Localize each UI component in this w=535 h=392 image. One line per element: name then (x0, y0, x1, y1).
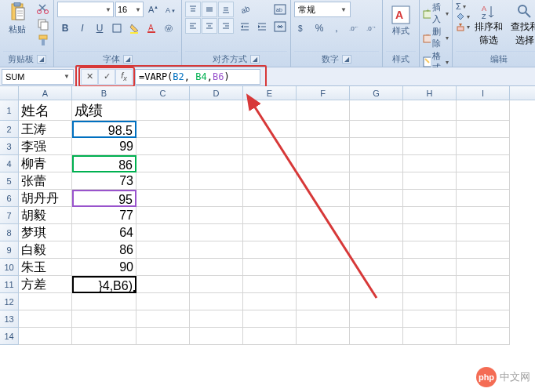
font-size-select[interactable]: 16▼ (115, 2, 144, 17)
row-header[interactable]: 11 (0, 276, 19, 293)
cell[interactable] (297, 259, 350, 276)
cell[interactable] (136, 241, 190, 259)
align-middle-icon[interactable] (202, 2, 217, 17)
number-format-select[interactable]: 常规▼ (294, 2, 351, 17)
cell[interactable] (457, 190, 510, 207)
cell[interactable] (350, 172, 403, 190)
copy-icon[interactable] (36, 17, 50, 31)
cell[interactable] (190, 172, 243, 190)
cell[interactable]: 成绩 (72, 100, 136, 121)
column-header[interactable]: D (190, 86, 243, 100)
column-header[interactable]: I (457, 86, 510, 100)
cell[interactable] (350, 100, 403, 121)
fill-icon[interactable]: ▾ (456, 12, 470, 21)
cell[interactable] (190, 241, 243, 259)
font-color-button[interactable]: A (144, 20, 159, 36)
cell[interactable] (243, 276, 297, 293)
cell[interactable] (297, 190, 350, 207)
cell[interactable] (457, 293, 510, 310)
row-header[interactable]: 1 (0, 100, 19, 121)
cell[interactable] (350, 310, 403, 328)
cell[interactable] (190, 121, 243, 138)
cell[interactable] (457, 100, 510, 121)
cell[interactable] (19, 293, 72, 310)
cell[interactable] (403, 172, 457, 190)
cell[interactable] (403, 310, 457, 328)
cell[interactable] (350, 241, 403, 259)
italic-button[interactable]: I (75, 20, 90, 36)
cell[interactable] (350, 276, 403, 293)
cell[interactable] (403, 328, 457, 345)
cell[interactable] (190, 155, 243, 172)
insert-function-button[interactable]: fx (115, 69, 133, 85)
cell[interactable] (136, 259, 190, 276)
cell[interactable] (190, 328, 243, 345)
cell[interactable]: 姓名 (19, 100, 72, 121)
cell[interactable] (190, 224, 243, 241)
cell[interactable] (243, 121, 297, 138)
cell[interactable] (350, 224, 403, 241)
cell[interactable] (457, 241, 510, 259)
cell[interactable] (297, 100, 350, 121)
styles-button[interactable]: A 样式 (386, 2, 416, 51)
cell[interactable] (190, 293, 243, 310)
cell[interactable] (243, 155, 297, 172)
row-header[interactable]: 8 (0, 224, 19, 241)
cell[interactable]: 64 (72, 224, 136, 241)
cell[interactable] (457, 207, 510, 224)
increase-decimal-icon[interactable]: .0← (346, 20, 362, 36)
phonetic-guide-icon[interactable]: ⓦ (161, 20, 177, 36)
cell[interactable] (190, 207, 243, 224)
percent-icon[interactable]: % (311, 20, 327, 36)
cell[interactable] (297, 138, 350, 155)
cell[interactable]: 86 (72, 241, 136, 259)
comma-icon[interactable]: , (329, 20, 344, 36)
cell[interactable] (243, 259, 297, 276)
cell[interactable] (297, 207, 350, 224)
cell[interactable] (72, 310, 136, 328)
align-top-icon[interactable] (185, 2, 201, 17)
cell[interactable] (403, 276, 457, 293)
cell[interactable] (403, 138, 457, 155)
row-header[interactable]: 6 (0, 190, 19, 207)
cell[interactable]: 95 (72, 190, 136, 207)
select-all-corner[interactable] (0, 86, 19, 100)
find-select-button[interactable]: 查找和 选择 (508, 2, 535, 51)
expand-icon[interactable]: ◢ (123, 55, 133, 64)
expand-icon[interactable]: ◢ (37, 55, 46, 64)
format-painter-icon[interactable] (36, 33, 50, 47)
cell[interactable]: 王涛 (19, 121, 72, 138)
align-center-icon[interactable] (202, 18, 217, 34)
cell[interactable]: 张蕾 (19, 172, 72, 190)
cell[interactable]: 73 (72, 172, 136, 190)
cell[interactable] (350, 190, 403, 207)
cell[interactable] (350, 293, 403, 310)
cell[interactable] (403, 121, 457, 138)
cell[interactable] (403, 190, 457, 207)
row-header[interactable]: 5 (0, 172, 19, 190)
cell[interactable] (403, 155, 457, 172)
cell[interactable] (350, 121, 403, 138)
row-header[interactable]: 10 (0, 259, 19, 276)
cell[interactable] (19, 328, 72, 345)
cell[interactable] (457, 155, 510, 172)
cell[interactable] (350, 138, 403, 155)
cell[interactable] (297, 241, 350, 259)
cell[interactable] (190, 259, 243, 276)
cell[interactable] (297, 276, 350, 293)
cell[interactable] (297, 172, 350, 190)
row-header[interactable]: 13 (0, 310, 19, 328)
cell[interactable] (72, 293, 136, 310)
cell[interactable] (350, 207, 403, 224)
column-header[interactable]: G (350, 86, 403, 100)
paste-button[interactable]: 粘贴 (3, 2, 31, 51)
fill-color-button[interactable] (126, 20, 142, 36)
cell[interactable]: 90 (72, 259, 136, 276)
sort-filter-button[interactable]: AZ 排序和 筛选 (471, 2, 506, 51)
cell[interactable] (136, 155, 190, 172)
cell[interactable] (297, 224, 350, 241)
clear-icon[interactable]: ▾ (456, 22, 470, 31)
autosum-icon[interactable]: Σ▾ (456, 2, 470, 11)
cell[interactable] (136, 121, 190, 138)
row-header[interactable]: 2 (0, 121, 19, 138)
